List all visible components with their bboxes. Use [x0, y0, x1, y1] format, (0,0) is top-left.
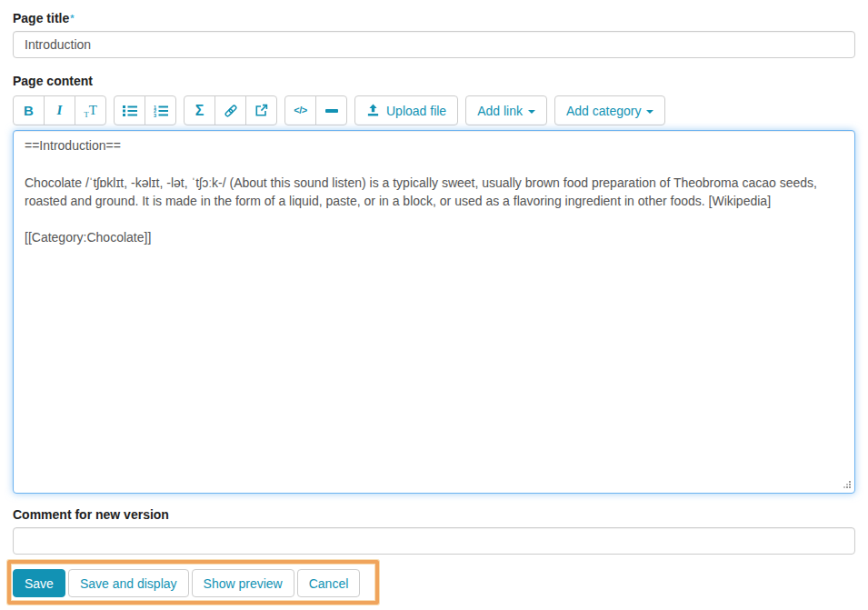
page-title-input[interactable]	[13, 31, 855, 58]
svg-text:3: 3	[154, 112, 156, 116]
horizontal-rule-button[interactable]	[315, 95, 347, 125]
highlight-annotation: Save Save and display Show preview Cance…	[7, 560, 379, 605]
formula-button[interactable]: Σ	[184, 95, 215, 125]
format-button-group: B I TT	[13, 95, 106, 125]
code-icon: </>	[294, 105, 306, 115]
bullet-list-icon	[123, 105, 137, 117]
numbered-list-icon: 1 2 3	[154, 105, 168, 117]
required-asterisk: *	[70, 13, 74, 24]
font-size-icon: TT	[84, 104, 97, 117]
add-link-button[interactable]: Add link	[465, 95, 547, 125]
bullet-list-button[interactable]	[114, 95, 145, 125]
save-button[interactable]: Save	[13, 569, 65, 597]
editor-area: ==Introduction== Chocolate /ˈtʃɒklɪt, -k…	[13, 130, 855, 494]
page-content-textarea[interactable]: ==Introduction== Chocolate /ˈtʃɒklɪt, -k…	[13, 130, 855, 494]
font-size-button[interactable]: TT	[75, 95, 106, 125]
bold-icon: B	[24, 104, 34, 117]
horizontal-rule-icon	[325, 109, 338, 113]
save-and-display-button[interactable]: Save and display	[68, 569, 189, 597]
add-link-label: Add link	[477, 105, 523, 117]
caret-down-icon	[646, 110, 653, 114]
editor-toolbar: B I TT 1	[13, 95, 855, 125]
comment-input[interactable]	[13, 527, 855, 555]
edit-form: Page title* Page content B I TT	[0, 0, 868, 605]
upload-icon	[366, 104, 380, 117]
comment-label: Comment for new version	[13, 507, 855, 523]
add-category-label: Add category	[566, 105, 642, 117]
list-button-group: 1 2 3	[114, 95, 176, 125]
link-icon	[224, 104, 238, 118]
bold-button[interactable]: B	[13, 95, 45, 125]
page-title-label-text: Page title	[13, 11, 69, 25]
insert-button-group: Σ	[184, 95, 277, 125]
add-category-button[interactable]: Add category	[554, 95, 666, 125]
misc-button-group: </>	[284, 95, 347, 125]
caret-down-icon	[528, 110, 535, 114]
cancel-button[interactable]: Cancel	[297, 569, 361, 597]
upload-file-label: Upload file	[386, 105, 446, 117]
upload-file-button[interactable]: Upload file	[354, 95, 458, 125]
formula-icon: Σ	[195, 104, 205, 118]
external-link-icon	[254, 104, 268, 117]
action-button-row: Save Save and display Show preview Cance…	[13, 569, 363, 597]
link-button[interactable]	[215, 95, 246, 125]
show-preview-button[interactable]: Show preview	[192, 569, 294, 597]
external-link-button[interactable]	[245, 95, 277, 125]
italic-icon: I	[57, 104, 63, 117]
numbered-list-button[interactable]: 1 2 3	[145, 95, 176, 125]
page-title-label: Page title*	[13, 11, 855, 26]
code-button[interactable]: </>	[284, 95, 316, 125]
italic-button[interactable]: I	[44, 95, 75, 125]
page-content-label: Page content	[13, 74, 855, 89]
